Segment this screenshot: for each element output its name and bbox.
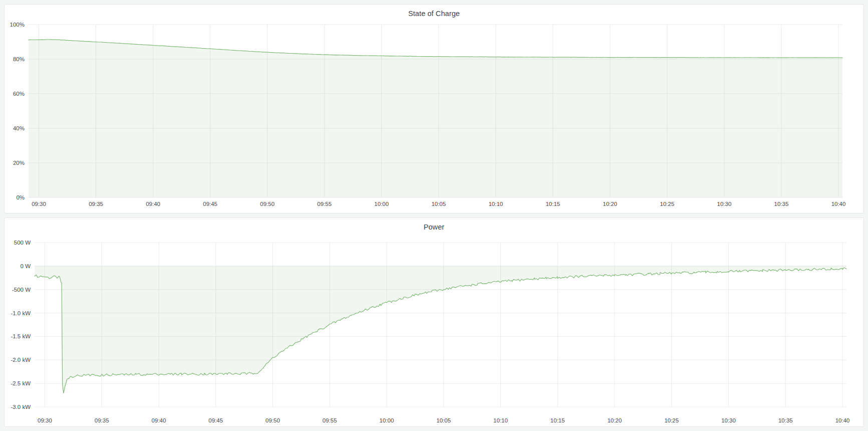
x-tick-label: 10:35 <box>778 417 793 423</box>
y-axis-labels: 500 W0 W-500 W-1.0 kW-1.5 kW-2.0 kW-2.5 … <box>11 240 31 410</box>
x-tick-label: 10:20 <box>603 201 617 207</box>
x-tick-label: 09:45 <box>203 201 217 207</box>
x-tick-label: 10:40 <box>831 201 846 207</box>
x-tick-label: 10:00 <box>374 201 389 207</box>
x-tick-label: 09:50 <box>260 201 274 207</box>
x-tick-label: 10:00 <box>380 417 394 423</box>
state-of-charge-chart-plot[interactable]: 100%80%60%40%20%0%09:3009:3509:4009:4509… <box>5 5 863 213</box>
y-tick-label: 80% <box>13 56 25 62</box>
x-tick-label: 09:50 <box>265 417 280 423</box>
y-tick-label: 0 W <box>21 263 31 269</box>
x-tick-label: 10:25 <box>664 417 679 423</box>
x-tick-label: 10:15 <box>545 201 560 207</box>
y-tick-label: 20% <box>13 160 25 166</box>
panel-state-of-charge: State of Charge 100%80%60%40%20%0%09:300… <box>4 4 864 213</box>
y-tick-label: -1.0 kW <box>11 310 31 316</box>
y-tick-label: -3.0 kW <box>11 404 31 410</box>
x-tick-label: 10:20 <box>608 417 622 423</box>
y-tick-label: 100% <box>10 22 25 28</box>
x-tick-label: 10:10 <box>488 201 503 207</box>
x-tick-label: 10:40 <box>835 417 850 423</box>
x-tick-label: 10:05 <box>436 417 451 423</box>
dashboard: State of Charge 100%80%60%40%20%0%09:300… <box>0 0 868 431</box>
y-tick-label: 500 W <box>14 240 31 246</box>
x-tick-label: 09:40 <box>146 201 160 207</box>
panel-title-power[interactable]: Power <box>5 223 863 231</box>
y-tick-label: -1.5 kW <box>11 333 31 339</box>
panel-power: Power 500 W0 W-500 W-1.0 kW-1.5 kW-2.0 k… <box>4 218 864 427</box>
x-tick-label: 09:30 <box>38 417 52 423</box>
x-tick-label: 10:25 <box>660 201 675 207</box>
y-tick-label: 0% <box>16 194 25 200</box>
x-tick-label: 09:45 <box>208 417 223 423</box>
x-tick-label: 09:55 <box>323 417 337 423</box>
x-tick-label: 09:40 <box>152 417 166 423</box>
x-tick-label: 10:05 <box>431 201 446 207</box>
y-tick-label: 60% <box>13 91 25 97</box>
y-axis-labels: 100%80%60%40%20%0% <box>10 22 25 200</box>
x-tick-label: 09:55 <box>317 201 332 207</box>
x-tick-label: 10:30 <box>721 417 736 423</box>
x-axis-labels: 09:3009:3509:4009:4509:5009:5510:0010:05… <box>32 201 845 207</box>
x-tick-label: 09:35 <box>95 417 109 423</box>
panel-title-state-of-charge[interactable]: State of Charge <box>5 10 863 18</box>
power-chart-plot[interactable]: 500 W0 W-500 W-1.0 kW-1.5 kW-2.0 kW-2.5 … <box>5 218 863 426</box>
x-tick-label: 09:30 <box>32 201 46 207</box>
x-tick-label: 09:35 <box>89 201 103 207</box>
y-tick-label: -500 W <box>12 287 31 293</box>
x-tick-label: 10:15 <box>550 417 565 423</box>
x-axis-labels: 09:3009:3509:4009:4509:5009:5510:0010:05… <box>38 417 849 423</box>
y-tick-label: -2.0 kW <box>11 357 31 363</box>
series-fill <box>29 40 842 197</box>
x-tick-label: 10:30 <box>717 201 732 207</box>
y-tick-label: -2.5 kW <box>11 380 31 386</box>
y-tick-label: 40% <box>13 125 25 131</box>
x-tick-label: 10:10 <box>493 417 508 423</box>
x-tick-label: 10:35 <box>774 201 789 207</box>
